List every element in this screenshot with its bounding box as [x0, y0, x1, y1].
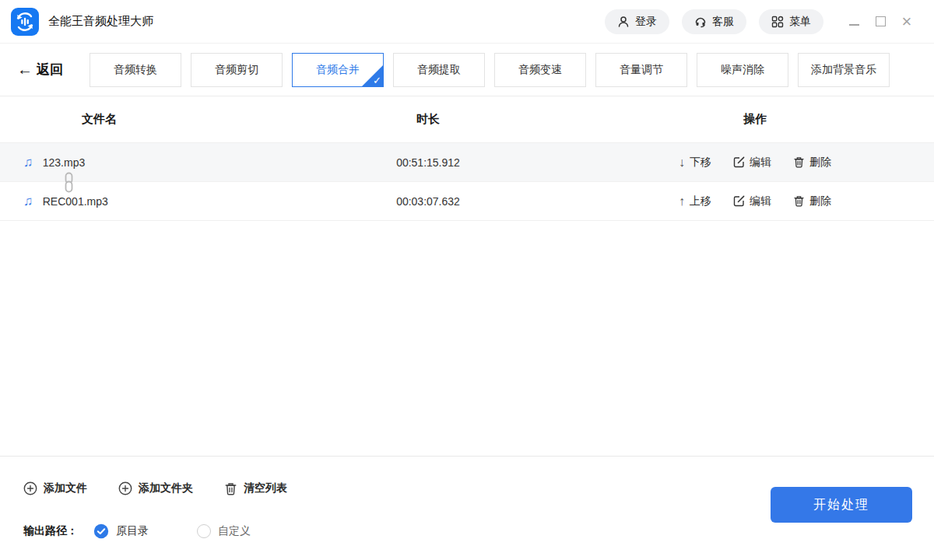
maximize-button[interactable] [867, 9, 894, 35]
user-icon [617, 16, 630, 28]
delete-button[interactable]: 删除 [793, 156, 831, 170]
tab-add-bgm[interactable]: 添加背景音乐 [798, 53, 890, 87]
column-header-duration: 时长 [198, 112, 658, 127]
footer: 添加文件 添加文件夹 清空列表 输出路径： 原目录 [0, 456, 934, 560]
window-controls: × [841, 9, 920, 35]
tab-noise-removal[interactable]: 噪声消除 [697, 53, 788, 87]
file-duration: 00:03:07.632 [198, 195, 658, 208]
titlebar-right: 登录 客服 菜单 × [592, 9, 920, 35]
tab-audio-convert[interactable]: 音频转换 [90, 53, 181, 87]
close-icon: × [902, 13, 912, 30]
column-header-filename: 文件名 [0, 112, 198, 127]
tab-audio-cut[interactable]: 音频剪切 [191, 53, 283, 87]
trash-icon [793, 195, 805, 207]
toolbar: ← 返回 音频转换 音频剪切 音频合并 ✓ 音频提取 音频变速 音量调节 噪声消… [0, 44, 934, 96]
plus-circle-icon [118, 481, 132, 495]
headset-icon [694, 16, 707, 28]
edit-button[interactable]: 编辑 [733, 194, 771, 208]
file-list: ♫ 123.mp3 00:51:15.912 ↓ 下移 编辑 [0, 143, 934, 221]
radio-checked-icon [93, 523, 109, 539]
tab-audio-speed[interactable]: 音频变速 [494, 53, 586, 87]
edit-button[interactable]: 编辑 [733, 156, 771, 170]
app-logo-icon [11, 8, 39, 36]
menu-label: 菜单 [789, 15, 811, 29]
tab-volume-adjust[interactable]: 音量调节 [595, 53, 687, 87]
music-note-icon: ♫ [23, 194, 33, 209]
login-button[interactable]: 登录 [605, 9, 669, 34]
radio-original-directory[interactable]: 原目录 [93, 523, 149, 539]
radio-custom-directory[interactable]: 自定义 [197, 524, 251, 538]
add-file-button[interactable]: 添加文件 [23, 481, 87, 495]
radio-unchecked-icon [197, 524, 211, 538]
arrow-down-icon: ↓ [679, 156, 685, 170]
trash-icon [224, 482, 237, 495]
arrow-up-icon: ↑ [679, 194, 685, 208]
minimize-button[interactable] [841, 9, 867, 35]
music-note-icon: ♫ [23, 155, 33, 170]
maximize-icon [876, 16, 886, 26]
link-files-icon [62, 172, 75, 193]
back-button[interactable]: ← 返回 [17, 61, 63, 79]
start-processing-button[interactable]: 开始处理 [771, 487, 912, 523]
table-row: ♫ 123.mp3 00:51:15.912 ↓ 下移 编辑 [0, 143, 934, 182]
table-header: 文件名 时长 操作 [0, 96, 934, 143]
back-arrow-icon: ← [17, 61, 33, 79]
column-header-actions: 操作 [658, 112, 852, 127]
file-name: REC001.mp3 [43, 195, 108, 208]
edit-icon [733, 195, 745, 207]
file-duration: 00:51:15.912 [198, 156, 658, 169]
trash-icon [793, 156, 805, 168]
grid-menu-icon [771, 16, 784, 28]
app-title: 全能王音频处理大师 [48, 14, 153, 29]
tab-audio-merge[interactable]: 音频合并 ✓ [292, 53, 384, 87]
delete-button[interactable]: 删除 [793, 194, 831, 208]
menu-button[interactable]: 菜单 [759, 9, 823, 34]
support-button[interactable]: 客服 [682, 9, 746, 34]
edit-icon [733, 156, 745, 168]
plus-circle-icon [23, 481, 37, 495]
login-label: 登录 [635, 15, 657, 29]
check-icon: ✓ [373, 75, 381, 86]
feature-tabs: 音频转换 音频剪切 音频合并 ✓ 音频提取 音频变速 音量调节 噪声消除 添加背… [90, 53, 890, 87]
move-down-button[interactable]: ↓ 下移 [679, 156, 711, 170]
output-path-label: 输出路径： [23, 524, 78, 538]
titlebar: 全能王音频处理大师 登录 客服 菜单 [0, 0, 934, 44]
table-row: ♫ REC001.mp3 00:03:07.632 ↑ 上移 编辑 [0, 182, 934, 221]
support-label: 客服 [712, 15, 734, 29]
minimize-icon [849, 24, 859, 26]
file-name: 123.mp3 [43, 156, 85, 169]
move-up-button[interactable]: ↑ 上移 [679, 194, 711, 208]
clear-list-button[interactable]: 清空列表 [224, 481, 287, 495]
add-folder-button[interactable]: 添加文件夹 [118, 481, 193, 495]
tab-audio-extract[interactable]: 音频提取 [393, 53, 485, 87]
back-label: 返回 [37, 61, 63, 79]
close-button[interactable]: × [894, 9, 920, 35]
